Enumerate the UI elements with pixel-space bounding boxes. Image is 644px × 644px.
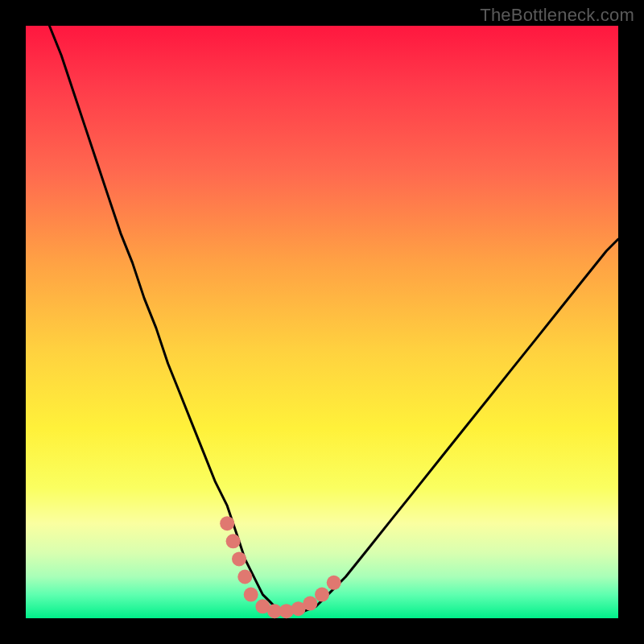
watermark-text: TheBottleneck.com <box>480 5 634 26</box>
frame: TheBottleneck.com <box>0 0 644 644</box>
bottleneck-curve <box>49 26 618 613</box>
highlight-dot <box>226 534 241 548</box>
highlight-dot <box>244 588 258 602</box>
highlight-dot <box>303 597 317 611</box>
highlight-dot <box>220 516 234 530</box>
highlight-dot <box>315 588 329 602</box>
plot-area <box>26 26 618 618</box>
highlight-dot <box>232 551 246 566</box>
highlight-dot <box>237 570 252 584</box>
highlight-dot <box>279 604 294 618</box>
highlight-dot <box>327 576 341 590</box>
curve-svg <box>26 26 618 618</box>
bottom-highlight-dots <box>220 516 341 618</box>
